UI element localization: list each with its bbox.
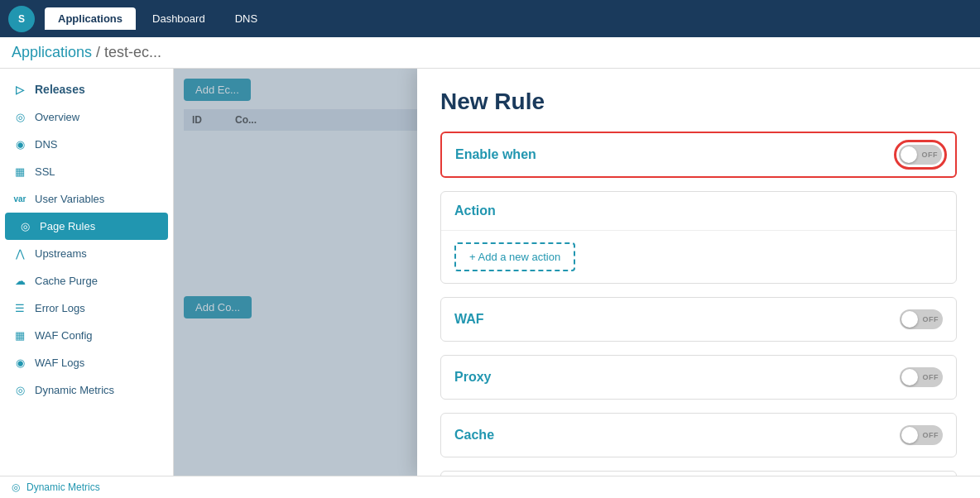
proxy-thumb xyxy=(901,369,918,385)
proxy-row: Proxy OFF xyxy=(440,355,957,400)
proxy-toggle[interactable]: OFF xyxy=(900,367,943,387)
cache-off-text: OFF xyxy=(923,431,939,439)
proxy-off-text: OFF xyxy=(923,373,939,381)
enable-when-off-text: OFF xyxy=(922,151,939,159)
sidebar: ▷ Releases ◎ Overview ◉ DNS ▦ SSL var Us… xyxy=(0,69,174,476)
footer-label: Dynamic Metrics xyxy=(26,481,100,493)
sidebar-item-dns[interactable]: ◉ DNS xyxy=(0,131,173,158)
sidebar-label-upstreams: Upstreams xyxy=(35,247,87,260)
action-section: Action + Add a new action xyxy=(440,191,957,284)
cache-toggle[interactable]: OFF xyxy=(900,425,943,445)
breadcrumb-root[interactable]: Applications xyxy=(12,44,92,60)
sidebar-label-waf-logs: WAF Logs xyxy=(35,357,84,369)
sidebar-label-error-logs: Error Logs xyxy=(35,302,85,314)
breadcrumb-separator: / xyxy=(96,44,104,60)
sidebar-item-page-rules[interactable]: ◎ Page Rules xyxy=(5,213,168,240)
cache-thumb xyxy=(901,427,918,443)
content-area: Add Ec... ID Co... Add Co... × New Rule … xyxy=(174,69,980,476)
waf-row: WAF OFF xyxy=(440,297,957,342)
tab-dns[interactable]: DNS xyxy=(222,7,271,30)
action-body: + Add a new action xyxy=(441,231,956,283)
footer-icon: ◎ xyxy=(12,481,20,493)
user-variables-icon: var xyxy=(13,194,26,204)
tab-dashboard[interactable]: Dashboard xyxy=(139,7,219,30)
sidebar-label-releases: Releases xyxy=(35,83,85,96)
top-navigation-bar: S Applications Dashboard DNS xyxy=(0,0,980,37)
waf-toggle[interactable]: OFF xyxy=(900,309,943,329)
app-logo: S xyxy=(8,6,35,32)
error-logs-icon: ☰ xyxy=(13,302,26,314)
enable-when-toggle[interactable]: OFF xyxy=(899,145,942,165)
cache-track[interactable]: OFF xyxy=(900,425,943,445)
sidebar-label-waf-config: WAF Config xyxy=(35,329,93,342)
tab-applications[interactable]: Applications xyxy=(45,7,136,30)
breadcrumb-current: test-ec... xyxy=(104,44,161,60)
upstreams-icon: ⋀ xyxy=(13,247,26,260)
proxy-label: Proxy xyxy=(454,370,491,385)
breadcrumb: Applications / test-ec... xyxy=(0,37,980,69)
waf-track[interactable]: OFF xyxy=(900,309,943,329)
waf-config-icon: ▦ xyxy=(13,329,26,342)
sidebar-item-waf-logs[interactable]: ◉ WAF Logs xyxy=(0,349,173,376)
page-rules-icon: ◎ xyxy=(18,220,31,232)
cache-purge-icon: ☁ xyxy=(13,275,26,287)
main-layout: ▷ Releases ◎ Overview ◉ DNS ▦ SSL var Us… xyxy=(0,69,980,476)
overview-icon: ◎ xyxy=(13,111,26,123)
dynamic-metrics-icon: ◎ xyxy=(13,384,26,396)
sidebar-item-error-logs[interactable]: ☰ Error Logs xyxy=(0,294,173,322)
sidebar-item-upstreams[interactable]: ⋀ Upstreams xyxy=(0,240,173,267)
sidebar-label-dns: DNS xyxy=(35,138,57,151)
sidebar-label-user-variables: User Variables xyxy=(35,193,104,205)
sidebar-item-ssl[interactable]: ▦ SSL xyxy=(0,158,173,185)
waf-label: WAF xyxy=(454,312,484,327)
modal-title: New Rule xyxy=(440,89,957,115)
sidebar-item-user-variables[interactable]: var User Variables xyxy=(0,185,173,213)
sidebar-item-overview[interactable]: ◎ Overview xyxy=(0,103,173,131)
cache-label: Cache xyxy=(454,428,494,443)
content-row: Content OFF xyxy=(440,471,957,476)
sidebar-label-cache-purge: Cache Purge xyxy=(35,275,98,287)
sidebar-item-releases[interactable]: ▷ Releases xyxy=(0,75,173,103)
waf-logs-icon: ◉ xyxy=(13,357,26,369)
sidebar-item-cache-purge[interactable]: ☁ Cache Purge xyxy=(0,267,173,294)
sidebar-label-page-rules: Page Rules xyxy=(40,220,95,232)
sidebar-label-overview: Overview xyxy=(35,111,79,123)
sidebar-label-ssl: SSL xyxy=(35,165,55,178)
ssl-icon: ▦ xyxy=(13,165,26,178)
enable-when-track[interactable]: OFF xyxy=(899,145,942,165)
action-header: Action xyxy=(441,192,956,231)
add-action-button[interactable]: + Add a new action xyxy=(454,242,575,271)
enable-when-row: Enable when OFF xyxy=(440,132,957,178)
waf-thumb xyxy=(901,311,918,328)
proxy-track[interactable]: OFF xyxy=(900,367,943,387)
waf-off-text: OFF xyxy=(923,315,939,323)
enable-when-label: Enable when xyxy=(455,147,536,162)
bottom-footer: ◎ Dynamic Metrics xyxy=(0,476,980,498)
new-rule-modal: × New Rule Enable when OFF Action + Add … xyxy=(417,69,980,476)
dns-icon: ◉ xyxy=(13,138,26,151)
enable-when-thumb xyxy=(901,146,917,163)
releases-icon: ▷ xyxy=(13,84,26,96)
sidebar-label-dynamic-metrics: Dynamic Metrics xyxy=(35,384,114,396)
sidebar-item-waf-config[interactable]: ▦ WAF Config xyxy=(0,322,173,349)
sidebar-item-dynamic-metrics[interactable]: ◎ Dynamic Metrics xyxy=(0,376,173,404)
cache-row: Cache OFF xyxy=(440,413,957,457)
